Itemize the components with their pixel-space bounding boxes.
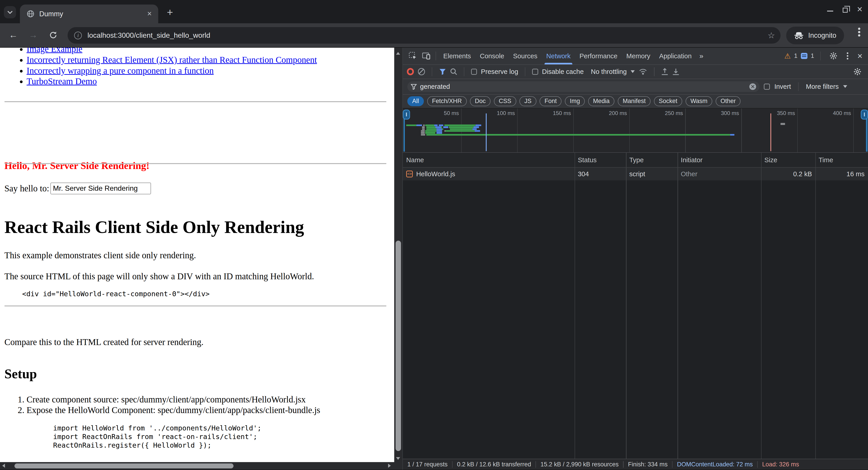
waterfall-bar-segment [426, 134, 730, 135]
browser-tab[interactable]: Dummy × [20, 4, 158, 23]
page-link[interactable]: TurboStream Demo [27, 76, 97, 86]
filter-icon[interactable] [439, 68, 446, 75]
horizontal-scrollbar[interactable] [0, 462, 394, 470]
disable-cache-label: Disable cache [542, 68, 584, 75]
page-link[interactable]: Incorrectly wrapping a pure component in… [27, 66, 214, 75]
tab-close-button[interactable]: × [145, 9, 154, 18]
vertical-scrollbar-thumb[interactable] [396, 241, 401, 451]
column-header-initiator[interactable]: Initiator [677, 156, 761, 164]
filter-chip-wasm[interactable]: Wasm [686, 96, 712, 106]
gear-icon [830, 52, 837, 60]
more-filters-button[interactable]: More filters [806, 83, 839, 90]
throttling-caret-icon[interactable] [631, 70, 635, 73]
filter-chip-fetch-xhr[interactable]: Fetch/XHR [427, 96, 467, 106]
filter-chip-font[interactable]: Font [539, 96, 561, 106]
filter-chip-all[interactable]: All [407, 96, 424, 106]
column-divider[interactable] [761, 153, 762, 459]
bookmark-star-icon[interactable]: ☆ [768, 31, 775, 40]
record-network-log-button[interactable] [407, 68, 414, 75]
browser-menu-button[interactable] [858, 31, 860, 33]
timeline-tick-label: 300 ms [706, 110, 739, 116]
inspect-cursor-icon [409, 52, 417, 60]
column-divider[interactable] [575, 153, 575, 459]
network-overview-timeline[interactable]: 50 ms100 ms150 ms200 ms250 ms300 ms350 m… [403, 108, 868, 153]
disable-cache-checkbox[interactable] [532, 69, 538, 75]
inspect-element-button[interactable] [406, 50, 420, 62]
window-restore-button[interactable] [843, 8, 848, 13]
invert-checkbox[interactable] [764, 84, 770, 90]
say-hello-input[interactable] [51, 183, 151, 194]
devtools-tab-console[interactable]: Console [475, 48, 508, 64]
search-icon[interactable] [450, 68, 457, 75]
timeline-right-handle-grip[interactable] [861, 109, 868, 120]
waterfall-bar-segment [475, 130, 480, 132]
filter-chip-css[interactable]: CSS [494, 96, 516, 106]
url-text[interactable]: localhost:3000/client_side_hello_world [88, 31, 768, 39]
column-header-size[interactable]: Size [761, 156, 815, 164]
page-link[interactable]: Image Example [27, 48, 83, 54]
back-button[interactable]: ← [6, 29, 20, 42]
vertical-scrollbar[interactable] [394, 48, 403, 470]
throttling-select[interactable]: No throttling [591, 68, 627, 75]
reload-button[interactable] [46, 29, 60, 42]
column-header-time[interactable]: Time [815, 156, 868, 164]
column-divider[interactable] [626, 153, 626, 459]
warning-icon[interactable]: ⚠ [784, 52, 791, 60]
devtools-close-button[interactable]: × [855, 51, 865, 61]
more-tabs-button[interactable]: » [696, 52, 707, 60]
devtools-tab-memory[interactable]: Memory [622, 48, 655, 64]
page-link[interactable]: Incorrectly returning React Element (JSX… [27, 55, 317, 65]
site-info-icon[interactable]: i [74, 32, 82, 39]
window-minimize-button[interactable] [827, 11, 833, 12]
filter-chip-socket[interactable]: Socket [654, 96, 682, 106]
devtools-tab-elements[interactable]: Elements [439, 48, 475, 64]
request-initiator[interactable]: Other [677, 170, 761, 178]
request-name[interactable]: HelloWorld.js [416, 170, 455, 178]
devtools-settings-button[interactable] [827, 50, 840, 62]
scroll-down-arrow[interactable] [396, 457, 400, 460]
status-item: DOMContentLoaded: 72 ms [677, 461, 753, 468]
scroll-right-arrow[interactable] [388, 464, 391, 468]
devtools-tab-performance[interactable]: Performance [575, 48, 622, 64]
table-row[interactable]: <> HelloWorld.js 304 script Other 0.2 kB… [403, 168, 868, 180]
network-conditions-icon[interactable] [639, 68, 647, 75]
network-filter-input[interactable]: generated ✕ [407, 81, 760, 92]
url-bar[interactable]: i localhost:3000/client_side_hello_world… [68, 27, 780, 43]
tab-search-button[interactable] [4, 6, 16, 18]
filter-text[interactable]: generated [420, 83, 746, 90]
horizontal-scrollbar-thumb[interactable] [14, 464, 234, 468]
preserve-log-checkbox[interactable] [471, 69, 477, 75]
device-toolbar-button[interactable] [420, 50, 433, 62]
timeline-left-handle-grip[interactable] [403, 109, 410, 120]
filter-chip-js[interactable]: JS [520, 96, 536, 106]
filter-chip-doc[interactable]: Doc [470, 96, 491, 106]
column-header-name[interactable]: Name [403, 156, 575, 164]
devtools-tab-application[interactable]: Application [655, 48, 696, 64]
scroll-up-arrow[interactable] [396, 52, 400, 55]
filter-chip-manifest[interactable]: Manifest [618, 96, 651, 106]
devtools-menu-button[interactable] [847, 55, 848, 57]
filter-chip-other[interactable]: Other [716, 96, 741, 106]
column-header-type[interactable]: Type [626, 156, 677, 164]
filter-chip-img[interactable]: Img [565, 96, 585, 106]
column-divider[interactable] [815, 153, 816, 459]
devtools-tab-sources[interactable]: Sources [508, 48, 542, 64]
scroll-left-arrow[interactable] [2, 464, 5, 468]
timeline-gridline [517, 108, 518, 152]
clear-filter-button[interactable]: ✕ [749, 83, 756, 90]
clear-network-log-button[interactable] [418, 68, 425, 75]
new-tab-button[interactable]: + [163, 5, 177, 20]
import-har-icon[interactable] [661, 68, 669, 75]
export-har-icon[interactable] [672, 68, 680, 75]
devtools-tab-network[interactable]: Network [542, 48, 575, 64]
column-divider[interactable] [677, 153, 678, 459]
network-settings-button[interactable] [851, 65, 864, 78]
incognito-label: Incognito [808, 31, 836, 39]
issues-icon[interactable] [801, 53, 807, 59]
filter-chip-media[interactable]: Media [588, 96, 614, 106]
browser-window: Dummy × + × ← → i localhost:3000/client_… [0, 0, 868, 470]
window-close-button[interactable]: × [857, 5, 862, 13]
more-filters-caret-icon[interactable] [843, 85, 847, 88]
waterfall-bar-segment [421, 130, 425, 132]
column-header-status[interactable]: Status [575, 156, 626, 164]
